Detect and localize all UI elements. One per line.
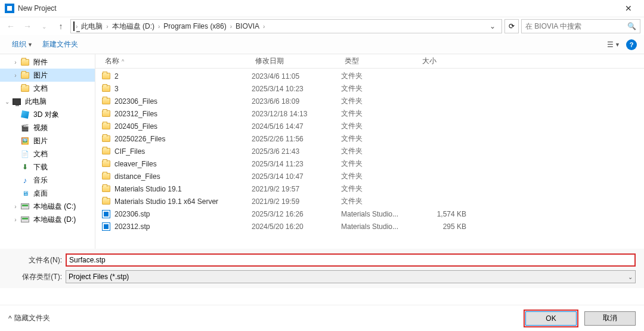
file-name: 3 — [114, 85, 252, 93]
new-folder-button[interactable]: 新建文件夹 — [38, 37, 83, 52]
sidebar-item[interactable]: ›音乐 — [0, 174, 95, 187]
file-row[interactable]: 20250226_Files2025/2/26 11:56文件夹 — [101, 132, 644, 145]
img-icon — [20, 136, 30, 146]
pc-icon — [73, 22, 75, 30]
file-row[interactable]: 202306.stp2025/3/12 16:26Materials Studi… — [101, 208, 644, 220]
folder-icon — [101, 72, 111, 81]
bottom-panel: 文件名(N): 保存类型(T): Project Files (*.stp) ⌄ — [0, 249, 644, 288]
folder-icon — [101, 84, 111, 94]
breadcrumb-item[interactable]: BIOVIA — [233, 21, 262, 32]
back-button[interactable]: ← — [4, 19, 18, 33]
close-button[interactable]: ✕ — [618, 1, 639, 16]
sidebar-item[interactable]: ›本地磁盘 (C:) — [0, 200, 95, 213]
organize-button[interactable]: 组织▼ — [7, 37, 38, 52]
file-date: 2021/9/2 19:59 — [252, 197, 341, 206]
file-name: CIF_Files — [114, 147, 252, 156]
file-date: 2023/4/6 11:05 — [252, 72, 341, 81]
navbar: ← → ⌄ ↑ › 此电脑›本地磁盘 (D:)›Program Files (x… — [0, 17, 644, 35]
file-row[interactable]: 22023/4/6 11:05文件夹 — [101, 70, 644, 82]
expand-icon[interactable]: › — [12, 203, 19, 210]
file-row[interactable]: 202405_Files2024/5/16 14:47文件夹 — [101, 120, 644, 132]
filename-input[interactable] — [66, 253, 636, 267]
sidebar: ›附件›图片›文档⌄此电脑›3D 对象›视频›图片›文档›下载›音乐›桌面›本地… — [0, 54, 95, 249]
file-row[interactable]: cleaver_Files2025/3/14 11:23文件夹 — [101, 157, 644, 170]
recent-button[interactable]: ⌄ — [37, 19, 51, 33]
sidebar-item-label: 下载 — [33, 162, 48, 172]
sidebar-item[interactable]: ›图片 — [0, 134, 95, 147]
breadcrumb-item[interactable]: Program Files (x86) — [161, 21, 228, 32]
desk-icon — [20, 188, 30, 198]
footer: ^隐藏文件夹 OK 取消 — [0, 305, 644, 331]
sidebar-item[interactable]: ⌄此电脑 — [0, 95, 95, 108]
chevron-right-icon: › — [75, 23, 79, 30]
sidebar-item-label: 此电脑 — [25, 97, 47, 107]
sidebar-item-label: 文档 — [33, 149, 48, 159]
sidebar-item[interactable]: ›文档 — [0, 147, 95, 160]
col-name[interactable]: 名称^ — [101, 56, 252, 66]
breadcrumb[interactable]: › 此电脑›本地磁盘 (D:)›Program Files (x86)›BIOV… — [70, 19, 502, 33]
breadcrumb-item[interactable]: 此电脑 — [79, 21, 105, 32]
col-type[interactable]: 类型 — [341, 56, 419, 66]
sidebar-item-label: 图片 — [33, 136, 48, 146]
file-type: 文件夹 — [341, 146, 419, 156]
file-name: 202312_Files — [114, 110, 252, 118]
file-name: 2 — [114, 72, 252, 81]
file-row[interactable]: 202312_Files2023/12/18 14:13文件夹 — [101, 107, 644, 120]
column-header: 名称^ 修改日期 类型 大小 — [95, 54, 644, 69]
savetype-select[interactable]: Project Files (*.stp) ⌄ — [66, 270, 636, 283]
folder-icon — [101, 134, 111, 144]
expand-icon[interactable]: › — [12, 72, 19, 79]
help-button[interactable]: ? — [626, 39, 637, 50]
stp-icon — [101, 222, 111, 231]
expand-icon[interactable]: ⌄ — [4, 98, 11, 105]
file-name: cleaver_Files — [114, 160, 252, 168]
expand-icon[interactable]: › — [12, 59, 19, 66]
refresh-button[interactable]: ⟳ — [504, 19, 519, 33]
file-name: 202405_Files — [114, 122, 252, 131]
ok-button[interactable]: OK — [525, 311, 577, 326]
sidebar-item[interactable]: ›桌面 — [0, 187, 95, 200]
search-input[interactable] — [525, 22, 627, 30]
sidebar-item-label: 桌面 — [33, 188, 48, 199]
hide-folders-link[interactable]: ^隐藏文件夹 — [8, 313, 50, 323]
breadcrumb-item[interactable]: 本地磁盘 (D:) — [110, 21, 157, 32]
file-row[interactable]: 202306_Files2023/6/6 18:09文件夹 — [101, 95, 644, 107]
breadcrumb-dropdown[interactable]: ⌄ — [486, 22, 499, 30]
up-button[interactable]: ↑ — [54, 19, 68, 33]
cancel-button[interactable]: 取消 — [584, 311, 636, 326]
sidebar-item[interactable]: ›文档 — [0, 82, 95, 95]
file-row[interactable]: Materials Studio 19.12021/9/2 19:57文件夹 — [101, 182, 644, 195]
file-row[interactable]: CIF_Files2025/3/6 21:43文件夹 — [101, 145, 644, 157]
view-button[interactable]: ☰ ▼ — [606, 38, 621, 51]
file-row[interactable]: Materials Studio 19.1 x64 Server2021/9/2… — [101, 195, 644, 208]
file-date: 2024/5/16 14:47 — [252, 122, 341, 131]
col-date[interactable]: 修改日期 — [252, 56, 341, 66]
file-date: 2025/3/14 11:23 — [252, 160, 341, 168]
folder-icon — [101, 172, 111, 181]
expand-icon[interactable]: › — [12, 216, 19, 223]
sidebar-item[interactable]: ›附件 — [0, 55, 95, 69]
sidebar-item[interactable]: ›下载 — [0, 160, 95, 174]
folder-icon — [101, 109, 111, 119]
col-size[interactable]: 大小 — [419, 56, 466, 66]
sidebar-item[interactable]: ›3D 对象 — [0, 108, 95, 121]
sidebar-item[interactable]: ›视频 — [0, 121, 95, 134]
sidebar-item-label: 本地磁盘 (C:) — [33, 202, 76, 212]
drive-icon — [20, 202, 30, 211]
chevron-up-icon: ^ — [8, 314, 12, 323]
search-box[interactable]: 🔍 — [521, 19, 640, 33]
file-type: Materials Studio... — [341, 210, 419, 218]
file-type: 文件夹 — [341, 96, 419, 106]
file-row[interactable]: distance_Files2025/3/14 10:47文件夹 — [101, 170, 644, 182]
forward-button[interactable]: → — [20, 19, 35, 33]
file-date: 2025/3/6 21:43 — [252, 147, 341, 156]
file-name: distance_Files — [114, 172, 252, 181]
down-icon — [20, 162, 30, 172]
sidebar-item[interactable]: ›图片 — [0, 69, 95, 82]
sidebar-item[interactable]: ›本地磁盘 (D:) — [0, 213, 95, 226]
file-date: 2025/3/14 10:23 — [252, 85, 341, 93]
folder-icon — [20, 83, 30, 93]
folder-icon — [20, 70, 30, 80]
file-row[interactable]: 32025/3/14 10:23文件夹 — [101, 82, 644, 95]
file-row[interactable]: 202312.stp2024/5/20 16:20Materials Studi… — [101, 220, 644, 233]
